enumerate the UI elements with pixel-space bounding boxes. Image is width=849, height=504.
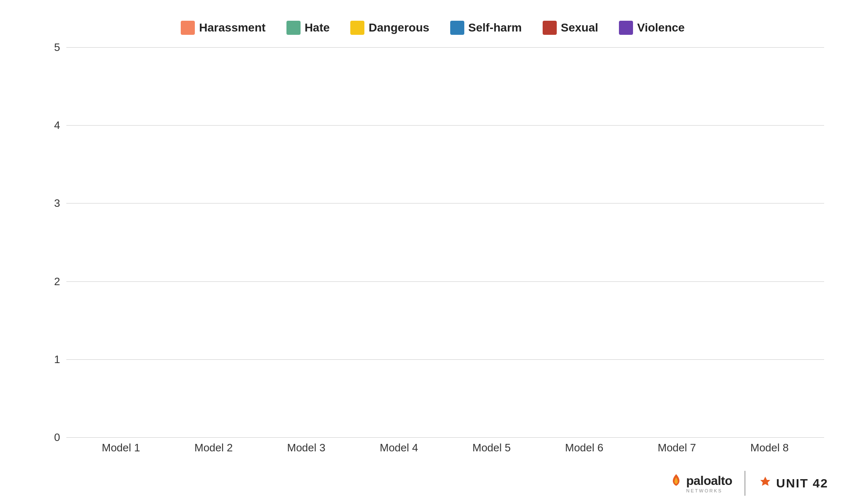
chart-container: Harassment Hate Dangerous Self-harm Sexu…: [0, 0, 849, 504]
legend-item-self-harm: Self-harm: [450, 21, 522, 35]
paloalto-name: paloalto: [686, 474, 732, 488]
legend-label-sexual: Sexual: [561, 21, 598, 34]
legend-color-dangerous: [350, 21, 364, 35]
x-label-model5: Model 5: [445, 441, 538, 454]
x-label-model7: Model 7: [631, 441, 723, 454]
legend-color-self-harm: [450, 21, 464, 35]
unit42-text: UNIT 42: [776, 476, 828, 490]
y-label-2: 2: [54, 275, 60, 288]
legend-label-dangerous: Dangerous: [369, 21, 429, 34]
legend-item-dangerous: Dangerous: [350, 21, 429, 35]
x-label-model6: Model 6: [538, 441, 631, 454]
logo-divider: [745, 471, 745, 496]
x-label-model2: Model 2: [167, 441, 260, 454]
x-axis: Model 1Model 2Model 3Model 4Model 5Model…: [66, 441, 824, 454]
grid-line-0: [66, 437, 824, 438]
x-label-model8: Model 8: [723, 441, 816, 454]
legend-item-violence: Violence: [619, 21, 685, 35]
y-label-1: 1: [54, 353, 60, 366]
legend-color-violence: [619, 21, 633, 35]
bars-area: [66, 47, 824, 437]
legend-item-sexual: Sexual: [543, 21, 598, 35]
legend-label-harassment: Harassment: [199, 21, 265, 34]
branding-bar: paloalto NETWORKS UNIT 42: [0, 463, 849, 504]
unit42-logo: UNIT 42: [758, 476, 828, 491]
x-label-model4: Model 4: [353, 441, 446, 454]
legend-label-self-harm: Self-harm: [468, 21, 522, 34]
y-label-4: 4: [54, 119, 60, 132]
chart-area: 543210: [41, 47, 824, 437]
y-label-0: 0: [54, 431, 60, 444]
y-label-3: 3: [54, 197, 60, 210]
legend-label-violence: Violence: [637, 21, 685, 34]
legend-item-harassment: Harassment: [181, 21, 265, 35]
y-axis: 543210: [41, 47, 66, 437]
plot-area: [66, 47, 824, 437]
legend-color-sexual: [543, 21, 557, 35]
legend-label-hate: Hate: [305, 21, 330, 34]
chart-legend: Harassment Hate Dangerous Self-harm Sexu…: [41, 12, 824, 47]
x-label-model3: Model 3: [260, 441, 353, 454]
paloalto-logo: paloalto NETWORKS: [669, 473, 732, 493]
x-label-model1: Model 1: [75, 441, 167, 454]
paloalto-flame-icon: [669, 473, 684, 488]
y-label-5: 5: [54, 41, 60, 54]
paloalto-sub: NETWORKS: [669, 488, 723, 493]
legend-item-hate: Hate: [286, 21, 330, 35]
legend-color-harassment: [181, 21, 195, 35]
unit42-icon: [758, 476, 773, 491]
legend-color-hate: [286, 21, 301, 35]
